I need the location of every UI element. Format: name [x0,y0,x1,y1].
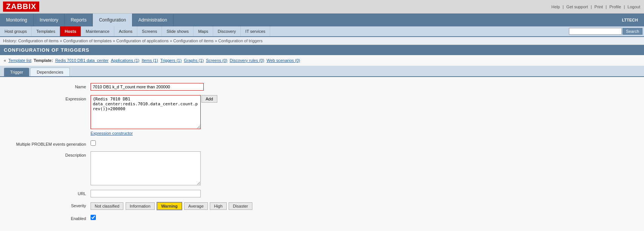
help-link[interactable]: Help [551,5,560,9]
logo: ZABBIX [3,2,39,12]
severity-average[interactable]: Average [184,202,208,210]
tab-trigger[interactable]: Trigger [4,68,29,76]
nav-item-monitoring[interactable]: Monitoring [0,14,34,26]
nav-item-administration[interactable]: Administration [132,14,174,26]
graphs-link[interactable]: Graphs (1) [184,58,204,63]
sub-nav-host-groups[interactable]: Host groups [0,26,32,36]
severity-information[interactable]: Information [126,202,155,210]
sub-nav-templates[interactable]: Templates [32,26,60,36]
breadcrumb-item-3[interactable]: Configuration of applications [116,38,169,43]
main-nav: Monitoring Inventory Reports Configurati… [0,14,174,26]
search-input[interactable] [569,28,622,35]
breadcrumb-item-1[interactable]: Configuration of items [18,38,58,43]
enabled-label: Enabled [8,215,91,221]
discovery-rules-link[interactable]: Discovery rules (0) [230,58,264,63]
breadcrumb-item-5: Configuration of triggers [218,38,263,43]
add-button[interactable]: Add [201,95,217,103]
sub-nav-it-services[interactable]: IT services [241,26,270,36]
search-area: Search [569,26,644,36]
applications-link[interactable]: Applications (1) [111,58,140,63]
sub-nav: Host groups Templates Hosts Maintenance … [0,26,644,37]
expression-textarea[interactable]: {Redis 7010 DB1 data_center:redis.7010.d… [91,95,201,129]
nav-item-reports[interactable]: Reports [65,14,93,26]
expression-field: {Redis 7010 DB1 data_center:redis.7010.d… [91,95,636,136]
template-list-link[interactable]: Template list [8,58,31,63]
severity-row: Severity Not classified Information Warn… [8,202,636,210]
sub-nav-discovery[interactable]: Discovery [213,26,241,36]
tab-dependencies[interactable]: Dependencies [30,68,69,76]
severity-warning[interactable]: Warning [157,202,182,210]
name-input[interactable] [91,83,204,91]
breadcrumb-item-4[interactable]: Configuration of items [173,38,214,43]
url-input[interactable] [91,190,201,197]
severity-not-classified[interactable]: Not classified [91,202,123,210]
nav-item-configuration[interactable]: Configuration [93,14,132,26]
breadcrumb-sep: » [113,38,116,43]
items-link[interactable]: Items (1) [142,58,158,63]
tabs: Trigger Dependencies [0,66,644,77]
url-row: URL [8,190,636,197]
sub-nav-actions[interactable]: Actions [114,26,137,36]
expression-constructor-link[interactable]: Expression constructor [91,131,133,136]
sub-nav-maps[interactable]: Maps [194,26,213,36]
breadcrumb: History: Configuration of items » Config… [0,37,644,45]
multiple-problem-row: Multiple PROBLEM events generation [8,140,636,147]
separator: | [591,5,593,9]
enabled-checkbox[interactable] [91,215,96,220]
expression-row: Expression {Redis 7010 DB1 data_center:r… [8,95,636,136]
separator: | [606,5,608,9]
breadcrumb-sep: » [170,38,173,43]
description-field [91,151,636,185]
print-link[interactable]: Print [595,5,603,9]
breadcrumb-sep: » [215,38,218,43]
name-field [91,83,636,91]
multiple-problem-checkbox[interactable] [91,140,96,146]
description-row: Description [8,151,636,185]
enabled-field [91,215,636,221]
sub-nav-hosts[interactable]: Hosts [60,26,81,36]
multiple-problem-label: Multiple PROBLEM events generation [8,140,91,146]
section-header: CONFIGURATION OF TRIGGERS [0,45,644,55]
severity-label: Severity [8,202,91,208]
breadcrumb-sep: » [60,38,63,43]
name-label: Name [8,83,91,89]
sub-nav-screens[interactable]: Screens [137,26,162,36]
form-area: Name Expression {Redis 7010 DB1 data_cen… [0,77,644,231]
separator: | [624,5,626,9]
severity-high[interactable]: High [210,202,227,210]
sub-nav-slide-shows[interactable]: Slide shows [162,26,194,36]
template-label: Template: [34,58,53,63]
separator: | [563,5,565,9]
logout-link[interactable]: Logout [627,5,640,9]
user-name: LTTECH [622,18,638,22]
url-field [91,190,636,197]
nav-item-inventory[interactable]: Inventory [34,14,65,26]
description-textarea[interactable] [91,151,201,185]
top-links: Help | Get support | Print | Profile | L… [550,5,641,9]
severity-disaster[interactable]: Disaster [229,202,252,210]
enabled-row: Enabled [8,215,636,221]
web-scenarios-link[interactable]: Web scenarios (0) [266,58,300,63]
profile-link[interactable]: Profile [609,5,621,9]
url-label: URL [8,190,91,196]
expression-label: Expression [8,95,91,101]
get-support-link[interactable]: Get support [566,5,588,9]
description-label: Description [8,151,91,157]
sub-nav-maintenance[interactable]: Maintenance [81,26,114,36]
separator: « [4,58,6,63]
top-bar: ZABBIX Help | Get support | Print | Prof… [0,0,644,14]
multiple-problem-field [91,140,636,147]
screens-link[interactable]: Screens (0) [206,58,227,63]
name-row: Name [8,83,636,91]
severity-field: Not classified Information Warning Avera… [91,202,636,210]
search-button[interactable]: Search [622,28,642,35]
triggers-link[interactable]: Triggers (1) [160,58,181,63]
template-info: « Template list Template: Redis 7010 DB1… [0,55,644,66]
breadcrumb-label: History: [3,38,17,43]
breadcrumb-item-2[interactable]: Configuration of templates [63,38,112,43]
template-name-link[interactable]: Redis 7010 DB1 data_center [55,58,108,63]
